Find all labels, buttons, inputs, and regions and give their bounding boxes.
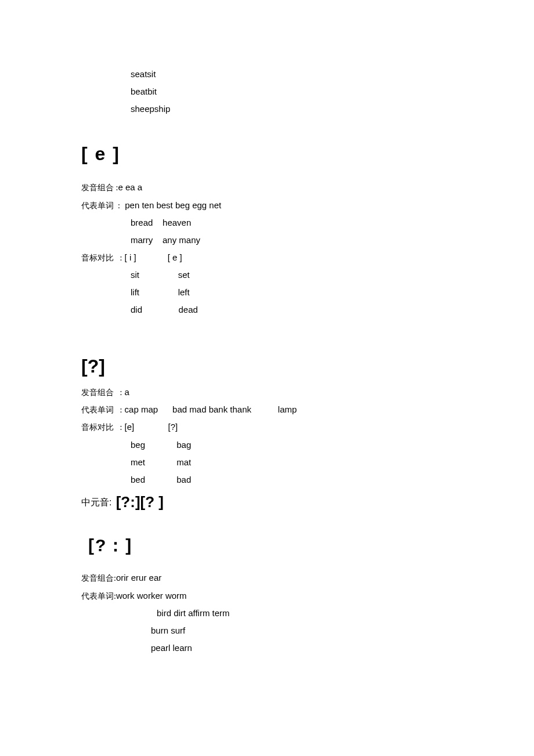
- mid-vowel-row: 中元音: [?:][? ]: [81, 490, 453, 515]
- e-combo-row: 发音组合 :e ea a: [81, 180, 453, 194]
- value: [?:][? ]: [111, 493, 164, 511]
- label: 音标对比 :: [81, 254, 122, 262]
- e-compare-row: 音标对比 : [ i ] [ e ]: [81, 251, 453, 265]
- heading-e: [ e ]: [81, 139, 453, 169]
- e-compare-row: lift left: [81, 285, 453, 299]
- ae-compare-row: met mat: [81, 455, 453, 469]
- value: orir erur ear: [116, 573, 161, 583]
- ae-compare-row: bed bad: [81, 473, 453, 487]
- value: cap map bad mad bank thank lamp: [122, 404, 297, 414]
- label: 音标对比 :: [81, 423, 122, 432]
- pair-row: seatsit: [81, 67, 453, 81]
- ae-compare-row: 音标对比 : [e] [?]: [81, 420, 453, 434]
- e-words-row: 代表单词 : pen ten best beg egg net: [81, 198, 453, 212]
- schwa-words-row: 代表单词:work worker worm: [81, 589, 453, 603]
- pair-row: beatbit: [81, 85, 453, 99]
- ae-words-row: 代表单词 : cap map bad mad bank thank lamp: [81, 403, 453, 417]
- label: 发音组合:: [81, 574, 116, 583]
- label: 发音组合 :: [81, 388, 122, 397]
- schwa-words-row: pearl learn: [81, 641, 453, 655]
- ae-combo-row: 发音组合 : a: [81, 385, 453, 399]
- e-compare-row: sit set: [81, 268, 453, 282]
- heading-ae: [?]: [81, 352, 452, 381]
- e-compare-row: did dead: [81, 303, 453, 317]
- label: 代表单词:: [81, 592, 116, 601]
- value: [e] [?]: [122, 422, 178, 432]
- schwa-words-row: burn surf: [81, 624, 453, 638]
- label: 代表单词 :: [81, 406, 122, 414]
- value: a: [122, 387, 129, 397]
- label: 中元音:: [81, 497, 111, 507]
- schwa-combo-row: 发音组合:orir erur ear: [81, 571, 453, 585]
- ae-compare-row: beg bag: [81, 438, 453, 452]
- e-words-row: marry any many: [81, 233, 453, 247]
- heading-schwa-long: [?：]: [88, 531, 453, 559]
- value: e ea a: [118, 182, 142, 192]
- value: [ i ] [ e ]: [122, 252, 182, 262]
- pair-row: sheepship: [81, 102, 453, 116]
- label: 发音组合 :: [81, 183, 118, 192]
- document-page: seatsit beatbit sheepship [ e ] 发音组合 :e …: [0, 0, 534, 717]
- e-words-row: bread heaven: [81, 216, 453, 230]
- schwa-words-row: bird dirt affirm term: [81, 606, 453, 620]
- value: pen ten best beg egg net: [120, 200, 221, 210]
- value: work worker worm: [116, 591, 187, 601]
- label: 代表单词 :: [81, 201, 120, 210]
